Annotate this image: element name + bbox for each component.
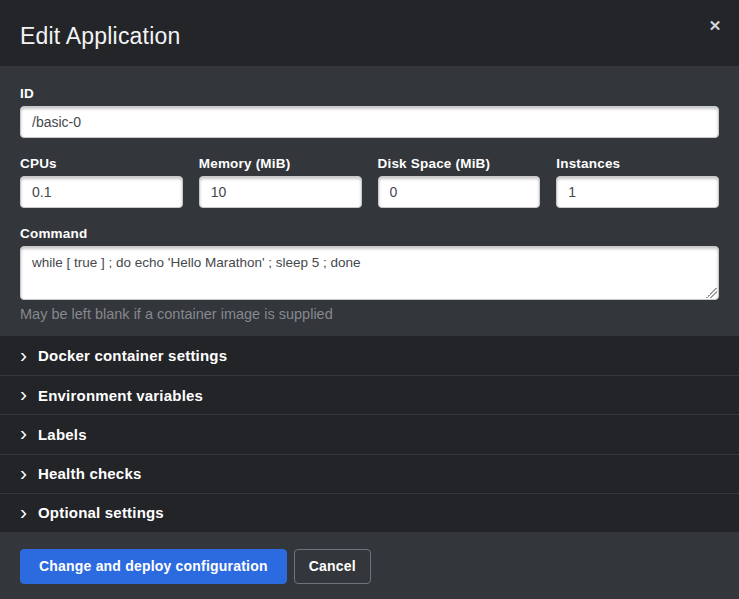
- accordion-section-label: Health checks: [38, 465, 141, 482]
- accordion-section-label: Optional settings: [38, 504, 164, 521]
- command-help-text: May be left blank if a container image i…: [20, 306, 719, 322]
- page-title: Edit Application: [20, 23, 180, 50]
- instances-field-group: Instances: [556, 156, 719, 208]
- accordion-section-environment-variables[interactable]: › Environment variables: [0, 375, 739, 414]
- cpus-label: CPUs: [20, 156, 183, 171]
- edit-application-modal: Edit Application ✕ ID CPUs Memory (MiB) …: [0, 0, 739, 599]
- accordion-section-label: Labels: [38, 426, 87, 443]
- command-textarea[interactable]: while [ true ] ; do echo 'Hello Marathon…: [20, 246, 719, 300]
- application-form: ID CPUs Memory (MiB) Disk Space (MiB) In…: [0, 66, 739, 336]
- resize-grip-icon[interactable]: [706, 287, 717, 298]
- disk-space-input[interactable]: [378, 176, 541, 208]
- cancel-button[interactable]: Cancel: [294, 549, 371, 584]
- instances-input[interactable]: [556, 176, 719, 208]
- command-field-group: Command while [ true ] ; do echo 'Hello …: [20, 226, 719, 322]
- modal-footer: Change and deploy configuration Cancel: [0, 532, 739, 599]
- id-input[interactable]: [20, 106, 719, 138]
- accordion-section-label: Docker container settings: [38, 347, 227, 364]
- accordion-section-docker-container-settings[interactable]: › Docker container settings: [0, 336, 739, 375]
- id-field-group: ID: [20, 86, 719, 138]
- close-button[interactable]: ✕: [703, 14, 727, 38]
- settings-accordion: › Docker container settings › Environmen…: [0, 336, 739, 532]
- memory-field-group: Memory (MiB): [199, 156, 362, 208]
- close-icon: ✕: [709, 17, 722, 34]
- disk-space-label: Disk Space (MiB): [378, 156, 541, 171]
- accordion-section-health-checks[interactable]: › Health checks: [0, 454, 739, 493]
- accordion-section-label: Environment variables: [38, 387, 203, 404]
- disk-space-field-group: Disk Space (MiB): [378, 156, 541, 208]
- change-and-deploy-button[interactable]: Change and deploy configuration: [20, 549, 287, 584]
- cpus-input[interactable]: [20, 176, 183, 208]
- id-label: ID: [20, 86, 719, 101]
- command-textarea-wrap: while [ true ] ; do echo 'Hello Marathon…: [20, 246, 719, 300]
- command-label: Command: [20, 226, 719, 241]
- accordion-section-optional-settings[interactable]: › Optional settings: [0, 493, 739, 532]
- instances-label: Instances: [556, 156, 719, 171]
- modal-header: Edit Application ✕: [0, 0, 739, 66]
- cpus-field-group: CPUs: [20, 156, 183, 208]
- memory-input[interactable]: [199, 176, 362, 208]
- resources-row: CPUs Memory (MiB) Disk Space (MiB) Insta…: [20, 156, 719, 208]
- memory-label: Memory (MiB): [199, 156, 362, 171]
- accordion-section-labels[interactable]: › Labels: [0, 414, 739, 453]
